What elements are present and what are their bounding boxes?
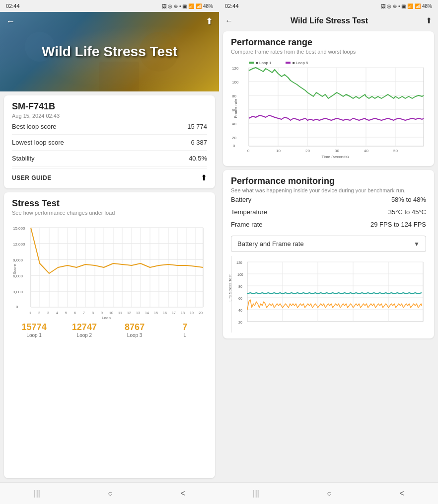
status-icons-left: 🖼 ◎ ⊕ • ▣ 📶 📶 48% [162,3,213,9]
loop-score-2: 12747 Loop 2 [62,322,106,338]
battery-row: Battery 58% to 48% [231,193,426,206]
lowest-loop-value: 6 387 [191,139,207,146]
svg-text:9: 9 [101,311,103,315]
dropdown-arrow-icon: ▼ [414,241,420,248]
svg-text:100: 100 [232,80,239,84]
svg-text:20: 20 [199,311,203,315]
back-button-right[interactable]: ← [225,16,233,25]
svg-text:0: 0 [233,144,235,148]
home-button-left[interactable]: ○ [108,489,113,498]
svg-text:0: 0 [16,305,18,309]
svg-text:20: 20 [232,136,236,140]
svg-text:20: 20 [305,149,310,153]
share-button-hero[interactable]: ⬆ [206,16,213,27]
battery-framerate-chart: Life Stress Test 120 100 80 60 40 20 [231,256,426,333]
left-panel: 02:44 🖼 ◎ ⊕ • ▣ 📶 📶 48% ← ⬆ Wild Life St… [0,0,219,504]
device-date: Aug 15, 2024 02:43 [12,113,207,119]
user-guide-row[interactable]: USER GUIDE ⬆ [12,168,207,182]
user-guide-share-icon[interactable]: ⬆ [201,173,207,182]
svg-text:■ Loop 5: ■ Loop 5 [292,61,308,65]
device-name: SM-F741B [12,101,207,112]
svg-text:20: 20 [238,321,242,324]
best-loop-row: Best loop score 15 774 [12,119,207,135]
svg-text:120: 120 [232,66,239,71]
status-bar-left: 02:44 🖼 ◎ ⊕ • ▣ 📶 📶 48% [0,0,219,12]
battery-value: 58% to 48% [391,196,426,203]
bottom-nav-right: ||| ○ < [219,482,438,504]
svg-text:8: 8 [92,311,94,315]
perf-range-chart-svg: 120 100 80 60 40 20 0 Frame rate [231,59,425,158]
svg-text:10: 10 [109,311,113,315]
svg-rect-2 [99,62,139,91]
time-left: 02:44 [6,3,20,9]
svg-text:80: 80 [238,285,242,288]
perf-monitor-title: Performance monitoring [231,176,426,186]
svg-text:3: 3 [47,311,49,315]
svg-text:1: 1 [29,311,31,315]
recents-button-left[interactable]: ||| [34,489,40,498]
back-button-left[interactable]: < [180,489,185,498]
svg-text:2: 2 [38,311,40,315]
dropdown-label: Battery and Frame rate [237,240,304,248]
share-button-right[interactable]: ⬆ [426,16,432,25]
hero-nav: ← ⬆ [0,16,219,27]
temperature-value: 35°C to 45°C [388,208,426,216]
time-right: 02:44 [225,3,239,9]
best-loop-label: Best loop score [12,123,57,130]
loop-score-4: 7 L [163,322,207,338]
temperature-row: Temperature 35°C to 45°C [231,206,426,218]
svg-text:7: 7 [83,311,85,315]
loop-1-value: 15774 [12,322,56,333]
loop-4-value: 7 [163,322,207,333]
svg-text:120: 120 [236,261,242,264]
svg-text:■ Loop 1: ■ Loop 1 [256,61,272,65]
stress-test-title: Stress Test [12,198,207,209]
svg-text:14: 14 [145,311,149,315]
user-guide-label: USER GUIDE [12,174,52,181]
recents-button-right[interactable]: ||| [253,489,259,498]
loop-score-1: 15774 Loop 1 [12,322,56,338]
back-button-nav-right[interactable]: < [399,489,404,498]
notification-icons: 🖼 ◎ ⊕ • [162,3,181,9]
svg-text:17: 17 [172,311,176,315]
back-button-hero[interactable]: ← [6,16,15,27]
svg-text:4: 4 [56,311,58,315]
stability-value: 40.5% [189,155,207,162]
performance-monitor-card: Performance monitoring See what was happ… [223,170,434,338]
chart-y-label-monitor: Life Stress Test [228,274,232,302]
svg-text:50: 50 [393,149,398,153]
svg-text:5: 5 [65,311,67,315]
perf-range-subtitle: Compare frame rates from the best and wo… [231,49,426,55]
svg-text:Frame rate: Frame rate [233,98,238,118]
svg-text:16: 16 [163,311,167,315]
notification-icons-right: 🖼 ◎ ⊕ • [381,3,400,9]
svg-text:30: 30 [335,149,339,153]
svg-text:15,000: 15,000 [13,226,25,231]
loop-scores: 15774 Loop 1 12747 Loop 2 8767 Loop 3 7 … [12,318,207,342]
stability-row: Stability 40.5% [12,151,207,167]
page-title-right: Wild Life Stress Test [239,16,420,25]
svg-text:15: 15 [154,311,158,315]
battery-right: 48% [422,3,432,9]
stress-chart-svg: 15,000 12,000 9,000 6,000 3,000 0 Score [12,220,206,319]
chart-type-dropdown[interactable]: Battery and Frame rate ▼ [231,236,426,252]
svg-text:10: 10 [276,149,281,153]
monitor-chart-svg: 120 100 80 60 40 20 [235,256,424,331]
loop-2-label: Loop 2 [62,333,106,338]
status-bar-right: 02:44 🖼 ◎ ⊕ • ▣ 📶 📶 48% [219,0,438,12]
stress-test-card: Stress Test See how performance changes … [4,192,215,478]
info-card: SM-F741B Aug 15, 2024 02:43 Best loop sc… [4,95,215,188]
home-button-right[interactable]: ○ [327,489,332,498]
right-content: Performance range Compare frame rates fr… [219,29,438,482]
loop-3-label: Loop 3 [113,333,157,338]
svg-text:40: 40 [238,309,242,312]
frame-rate-value: 29 FPS to 124 FPS [370,221,426,228]
svg-text:9,000: 9,000 [13,258,23,262]
svg-text:Time (seconds): Time (seconds) [322,155,349,158]
svg-text:11: 11 [118,311,122,315]
svg-text:3,000: 3,000 [13,290,23,294]
stability-label: Stability [12,155,35,162]
frame-rate-row: Frame rate 29 FPS to 124 FPS [231,218,426,231]
frame-rate-label: Frame rate [231,221,263,228]
svg-text:18: 18 [181,311,185,315]
